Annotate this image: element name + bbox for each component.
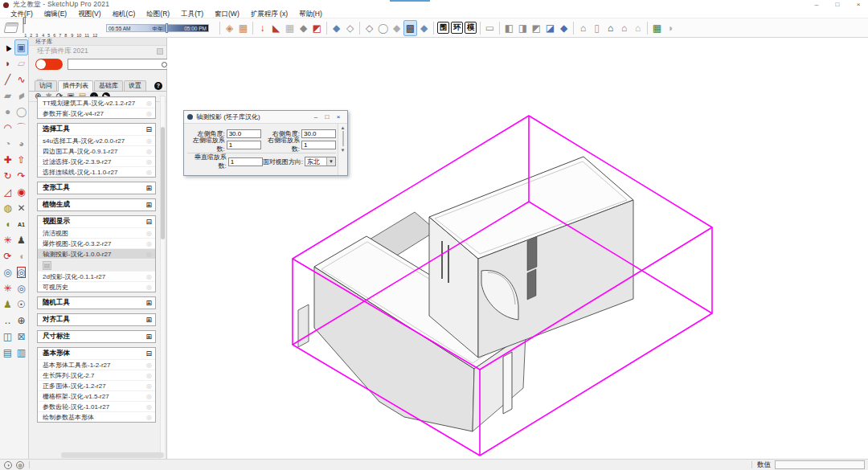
plugin-item[interactable]: ▤ 爆炸视图-汉化-0.3.2-r27 ◎ — [38, 238, 155, 248]
dialog-close-button[interactable]: × — [333, 113, 344, 121]
push-pull-tool[interactable]: ⇧ — [14, 152, 28, 168]
tray-bottom-scrollbar[interactable] — [61, 452, 164, 458]
plugin-item[interactable]: ▤ 生长阵列-汉化-2.7 ◎ — [38, 370, 155, 380]
zoom-previous-tool[interactable]: ◎ — [14, 280, 28, 296]
orbit-tool[interactable]: ⟳ — [1, 248, 14, 264]
two-point-arc-tool[interactable]: ⌒ — [14, 120, 28, 136]
shaded-style-icon[interactable]: ◆ — [390, 20, 403, 36]
panel-tab[interactable]: 访问 — [35, 80, 57, 91]
rectangle-tool[interactable]: ▰ — [1, 88, 14, 104]
plugin-item[interactable]: ▤ 可视历史 ◎ — [38, 281, 155, 292]
s4u-drop-icon[interactable]: ↓ — [256, 20, 269, 36]
huan-button[interactable]: 环 — [451, 22, 463, 34]
plugin-item[interactable]: ▤ 清洁视图 ◎ — [38, 227, 155, 238]
group-toolbar-toggle-icon[interactable]: ⊞ — [145, 333, 152, 341]
measurements-input[interactable] — [775, 460, 865, 469]
plugin-group-header[interactable]: 对齐工具 ⊞ — [38, 314, 155, 325]
maximize-button[interactable]: □ — [833, 0, 842, 10]
dialog-minimize-button[interactable]: – — [310, 113, 321, 121]
zoom-window-tool[interactable]: ◎ — [14, 264, 28, 280]
pan-tool[interactable]: ◖ — [14, 248, 28, 264]
figure-3d-tool[interactable]: ♟ — [14, 232, 28, 248]
tray-tab-title[interactable]: 坯子库 — [29, 38, 166, 46]
plugin-item[interactable]: ▤ 过滤选择-汉化-2.3.9-r27 ◎ — [38, 156, 155, 166]
menu-item[interactable]: 窗口(W) — [209, 10, 245, 18]
component-icon[interactable]: ▭ — [483, 20, 497, 36]
plugin-item[interactable]: ▤ 参数齿轮-汉化-1.01-r27 ◎ — [38, 401, 155, 411]
menu-item[interactable]: 帮助(H) — [293, 10, 328, 18]
plugin-group-header[interactable]: 尺寸标注 ⊞ — [38, 331, 155, 342]
follow-me-tool[interactable]: ↷ — [14, 168, 28, 184]
menu-item[interactable]: 扩展程序 (x) — [245, 10, 293, 18]
walk-tool[interactable]: ‥ — [1, 313, 14, 329]
s4u-frame-icon[interactable]: ▦ — [283, 20, 297, 36]
minimize-button[interactable]: – — [812, 0, 821, 10]
circle-tool[interactable]: ● — [1, 104, 14, 120]
polygon-tool[interactable]: ◯ — [14, 104, 28, 120]
position-camera-tool[interactable]: ♟ — [1, 296, 14, 313]
leaf-gray-icon[interactable]: ◗ — [664, 20, 678, 36]
textured-style-icon[interactable]: ◆ — [417, 20, 431, 36]
vertical-scale-input[interactable] — [228, 157, 263, 166]
chevron-down-icon[interactable]: ▼ — [326, 157, 335, 166]
close-button[interactable]: × — [854, 0, 863, 10]
text-tool[interactable]: A1 — [14, 216, 28, 232]
tray-scrollbar[interactable] — [160, 96, 166, 470]
offset-tool[interactable]: ◉ — [14, 184, 28, 200]
s4u-slice-icon[interactable]: ◩ — [310, 20, 324, 36]
section-outline-tool[interactable]: ▥ — [14, 345, 28, 361]
plugin-library-toggle[interactable] — [35, 59, 63, 70]
house-roof-icon[interactable]: ⌂ — [617, 20, 631, 36]
move-tool[interactable]: ✚ — [1, 152, 14, 168]
plugin-item[interactable]: ▤ TT规划建筑工具-汉化-v2.1.2-r27 ◎ — [38, 97, 155, 108]
plugin-item[interactable]: ▤ 四边面工具-汉化-0.9.1-r27 ◎ — [38, 145, 155, 156]
plugin-group-header[interactable]: 选择工具 ⊟ — [38, 124, 155, 135]
monochrome-style-icon[interactable]: ▩ — [403, 20, 417, 36]
right-angle-input[interactable] — [301, 129, 336, 138]
menu-item[interactable]: 视图(V) — [72, 10, 106, 18]
plugin-item[interactable]: ▤ 正多面体-汉化-1.2-r27 ◎ — [38, 380, 155, 390]
axes-tool[interactable]: ✳ — [1, 232, 14, 248]
look-around-tool[interactable]: ☉ — [14, 296, 28, 313]
dialog-maximize-button[interactable]: □ — [321, 113, 333, 121]
panel-tab[interactable]: 基础库 — [94, 80, 123, 91]
dialog-scroll-thumb[interactable] — [342, 131, 344, 146]
credits-icon[interactable]: ◍ — [16, 461, 24, 469]
scale-tool[interactable]: ◿ — [1, 184, 14, 200]
dialog-scrollbar[interactable]: ▲ ▼ — [338, 124, 347, 175]
scroll-down-icon[interactable]: ▼ — [338, 146, 347, 154]
month-slider-thumb[interactable] — [23, 17, 26, 24]
group-toolbar-toggle-icon[interactable]: ⊞ — [145, 299, 152, 307]
target-tool[interactable]: ⊕ — [14, 313, 28, 329]
section-display-tool[interactable]: ▤ — [1, 345, 14, 361]
panel-tab[interactable]: 插件列表 — [58, 80, 93, 92]
plugin-group-header[interactable]: 视图显示 ⊟ — [38, 216, 155, 227]
plugin-item[interactable]: ▤ ◎ — [38, 259, 155, 271]
home-icon[interactable]: ⌂ — [604, 20, 617, 36]
tray-scrollbar-thumb[interactable] — [161, 127, 165, 239]
geolocation-icon[interactable]: ◑ — [4, 461, 12, 469]
house-textured-icon[interactable]: ⌂ — [576, 20, 590, 36]
wei-button[interactable]: 围 — [437, 22, 449, 34]
left-scale-input[interactable] — [227, 141, 261, 149]
plugin-item[interactable]: ▤ 2d投影-汉化-0.1.1-r27 ◎ — [38, 271, 155, 281]
group-toolbar-toggle-icon[interactable]: ⊞ — [145, 184, 152, 192]
view-blue-cube-icon[interactable]: ◆ — [330, 20, 343, 36]
group-swap-icon[interactable]: ◨ — [516, 20, 530, 36]
section-fill-tool[interactable]: ⊠ — [14, 329, 28, 345]
plugin-item[interactable]: ▤ 参数开窗-汉化-v4-r27 ◎ — [38, 108, 155, 118]
fredo-scale-icon[interactable]: ◈ — [223, 20, 236, 36]
group-toolbar-toggle-icon[interactable]: ⊞ — [145, 201, 152, 209]
panel-menu-button[interactable] — [157, 48, 163, 55]
view-white-cube-icon[interactable]: ◇ — [343, 20, 357, 36]
paint-tool[interactable]: ◗ — [1, 55, 14, 72]
pie-tool[interactable]: ◔ — [1, 136, 14, 152]
map-icon[interactable]: ▦ — [650, 20, 664, 36]
plugin-item[interactable]: ▤ 绘制参数基本形体 ◎ — [38, 411, 155, 422]
view-direction-select[interactable]: 东北 ▼ — [305, 157, 336, 166]
section-plane-tool[interactable]: ◫ — [1, 329, 14, 345]
plugin-item[interactable]: ▤ 轴测投影-汉化-1.0.0-r27 ◎ — [38, 248, 155, 259]
menu-item[interactable]: 编辑(E) — [39, 10, 72, 18]
group-explode-icon[interactable]: ◩ — [530, 20, 543, 36]
tape-measure-tool[interactable]: ◍ — [1, 200, 14, 216]
